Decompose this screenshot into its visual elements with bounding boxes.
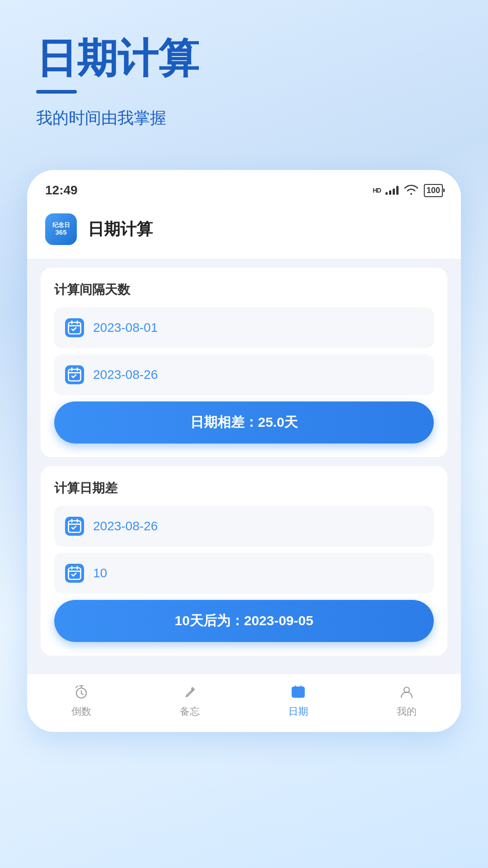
content-area: 计算间隔天数 2023-08-01 xyxy=(27,259,461,674)
section1-card: 计算间隔天数 2023-08-01 xyxy=(41,268,447,457)
tab-date-label: 日期 xyxy=(288,705,308,718)
page-subtitle: 我的时间由我掌握 xyxy=(36,107,452,129)
page-title: 日期计算 xyxy=(36,36,452,81)
status-icons: HD 100 xyxy=(373,181,443,200)
wifi-icon xyxy=(403,181,419,200)
phone-mockup: 12:49 HD 100 纪念日 365 xyxy=(27,170,461,732)
section1-date1-value: 2023-08-01 xyxy=(93,321,158,335)
page-header: 日期计算 我的时间由我掌握 xyxy=(0,0,488,170)
section2-days-row[interactable]: 10 xyxy=(54,553,434,594)
title-underline xyxy=(36,90,77,94)
app-title: 日期计算 xyxy=(88,218,153,241)
tab-memo-label: 备忘 xyxy=(180,705,200,718)
tab-date-icon xyxy=(287,683,310,701)
tab-countdown-icon xyxy=(70,683,93,701)
battery-icon: 100 xyxy=(424,184,443,197)
tab-countdown-label: 倒数 xyxy=(71,705,91,718)
section1-result-btn[interactable]: 日期相差：25.0天 xyxy=(54,401,434,443)
app-header: 纪念日 365 日期计算 xyxy=(27,204,461,259)
section2-card: 计算日期差 2023-08-26 xyxy=(41,466,447,656)
status-bar: 12:49 HD 100 xyxy=(27,170,461,204)
svg-rect-1 xyxy=(69,369,81,381)
svg-rect-0 xyxy=(69,322,81,334)
section1-date2-row[interactable]: 2023-08-26 xyxy=(54,354,434,395)
calendar-icon-1 xyxy=(65,318,84,337)
svg-rect-5 xyxy=(292,687,305,698)
section1-date1-row[interactable]: 2023-08-01 xyxy=(54,307,434,348)
tab-mine-label: 我的 xyxy=(397,705,417,718)
tab-bar: 倒数 备忘 日期 xyxy=(27,674,461,732)
tab-mine-icon xyxy=(395,683,418,701)
svg-rect-2 xyxy=(69,521,81,533)
section1-title: 计算间隔天数 xyxy=(54,281,434,298)
calendar-icon-4 xyxy=(65,564,84,583)
section2-title: 计算日期差 xyxy=(54,480,434,497)
section2-result-btn[interactable]: 10天后为：2023-09-05 xyxy=(54,600,434,642)
tab-memo-icon xyxy=(178,683,201,701)
signal-icon xyxy=(385,186,399,195)
calendar-icon-2 xyxy=(65,365,84,384)
svg-rect-3 xyxy=(69,568,81,580)
calendar-icon-3 xyxy=(65,517,84,536)
section2-date1-value: 2023-08-26 xyxy=(93,519,158,533)
tab-memo[interactable]: 备忘 xyxy=(136,683,244,718)
tab-date[interactable]: 日期 xyxy=(244,683,352,718)
tab-mine[interactable]: 我的 xyxy=(352,683,461,718)
section1-date2-value: 2023-08-26 xyxy=(93,368,158,382)
section2-date1-row[interactable]: 2023-08-26 xyxy=(54,506,434,547)
section2-days-value: 10 xyxy=(93,566,107,580)
tab-countdown[interactable]: 倒数 xyxy=(27,683,136,718)
hd-icon: HD xyxy=(373,187,381,194)
app-icon: 纪念日 365 xyxy=(45,213,77,245)
status-time: 12:49 xyxy=(45,183,78,198)
